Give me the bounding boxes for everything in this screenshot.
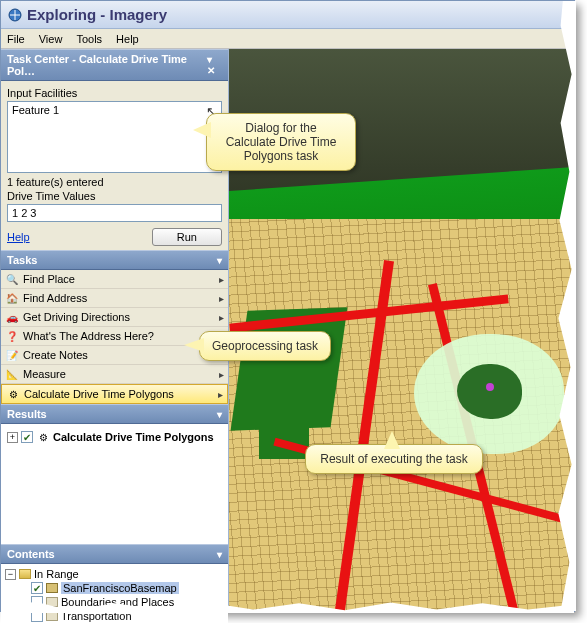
task-center-title: Task Center - Calculate Drive Time Pol… [7,53,207,77]
window-title: Exploring - Imagery [27,6,167,23]
task-label: Measure [23,368,66,380]
task-label: Find Place [23,273,75,285]
drive-time-label: Drive Time Values [7,190,222,202]
contents-header[interactable]: Contents ▾ [1,544,228,564]
chevron-right-icon: ▸ [219,312,224,323]
in-range-group[interactable]: − In Range [5,567,224,581]
gp-result-icon: ⚙ [36,430,50,444]
callout-text: Dialog for the Calculate Drive Time Poly… [226,121,337,163]
callout-dialog: Dialog for the Calculate Drive Time Poly… [206,113,356,171]
collapse-icon[interactable]: − [5,569,16,580]
task-center-header[interactable]: Task Center - Calculate Drive Time Pol… … [1,49,228,81]
drive-time-input[interactable] [7,204,222,222]
chevron-down-icon: ▾ [217,409,222,420]
chevron-right-icon: ▸ [219,274,224,285]
layer-icon [46,583,58,593]
layer-label: SanFranciscoBasemap [61,582,179,594]
notes-icon: 📝 [5,348,19,362]
run-button[interactable]: Run [152,228,222,246]
callout-text: Result of executing the task [320,452,467,466]
question-icon: ❓ [5,329,19,343]
titlebar: Exploring - Imagery [1,1,574,29]
result-root[interactable]: + ✔ ⚙ Calculate Drive Time Polygons [5,428,224,446]
menubar: File View Tools Help [1,29,574,49]
callout-result: Result of executing the task [305,444,483,474]
task-measure[interactable]: 📐Measure ▸ [1,365,228,384]
task-label: What's The Address Here? [23,330,154,342]
in-range-label: In Range [34,568,79,580]
tasks-list: 🔍Find Place ▸ 🏠Find Address ▸ 🚗Get Drivi… [1,270,228,404]
folder-icon [19,569,31,579]
gp-icon: ⚙ [6,387,20,401]
menu-help[interactable]: Help [116,33,139,45]
results-header[interactable]: Results ▾ [1,404,228,424]
drive-time-polygon-inner [457,364,522,419]
results-title: Results [7,408,47,420]
find-address-icon: 🏠 [5,291,19,305]
chevron-right-icon: ▸ [218,389,223,400]
contents-body: − In Range ✔ SanFranciscoBasemap Boundar… [1,564,228,623]
layer-sf-basemap[interactable]: ✔ SanFranciscoBasemap [5,581,224,595]
facility-entry: Feature 1 [12,104,59,116]
task-label: Create Notes [23,349,88,361]
app-window: Exploring - Imagery File View Tools Help… [0,0,575,612]
task-label: Get Driving Directions [23,311,130,323]
help-link[interactable]: Help [7,231,30,243]
task-find-place[interactable]: 🔍Find Place ▸ [1,270,228,289]
facility-point [486,383,494,391]
layer-checkbox[interactable]: ✔ [31,582,43,594]
task-find-address[interactable]: 🏠Find Address ▸ [1,289,228,308]
chevron-right-icon: ▸ [219,369,224,380]
callout-text: Geoprocessing task [212,339,318,353]
menu-tools[interactable]: Tools [76,33,102,45]
find-place-icon: 🔍 [5,272,19,286]
menu-file[interactable]: File [7,33,25,45]
tasks-title: Tasks [7,254,37,266]
chevron-right-icon: ▸ [219,293,224,304]
tasks-header[interactable]: Tasks ▾ [1,250,228,270]
contents-title: Contents [7,548,55,560]
chevron-down-icon: ▾ [217,549,222,560]
task-label: Find Address [23,292,87,304]
features-entered-text: 1 feature(s) entered [7,176,222,188]
results-body: + ✔ ⚙ Calculate Drive Time Polygons [1,424,228,544]
input-facilities-box[interactable]: Feature 1 ↖ [7,101,222,173]
result-label: Calculate Drive Time Polygons [53,431,214,443]
task-calc-drive-time[interactable]: ⚙Calculate Drive Time Polygons ▸ [1,384,228,404]
task-driving-directions[interactable]: 🚗Get Driving Directions ▸ [1,308,228,327]
task-center-body: Input Facilities Feature 1 ↖ 1 feature(s… [1,81,228,250]
input-facilities-label: Input Facilities [7,87,222,99]
task-label: Calculate Drive Time Polygons [24,388,174,400]
driving-icon: 🚗 [5,310,19,324]
collapse-icon[interactable]: ▾ ✕ [207,54,222,76]
app-icon [7,7,23,23]
callout-task: Geoprocessing task [199,331,331,361]
chevron-down-icon: ▾ [217,255,222,266]
expand-icon[interactable]: + [7,432,18,443]
measure-icon: 📐 [5,367,19,381]
result-checkbox[interactable]: ✔ [21,431,33,443]
menu-view[interactable]: View [39,33,63,45]
